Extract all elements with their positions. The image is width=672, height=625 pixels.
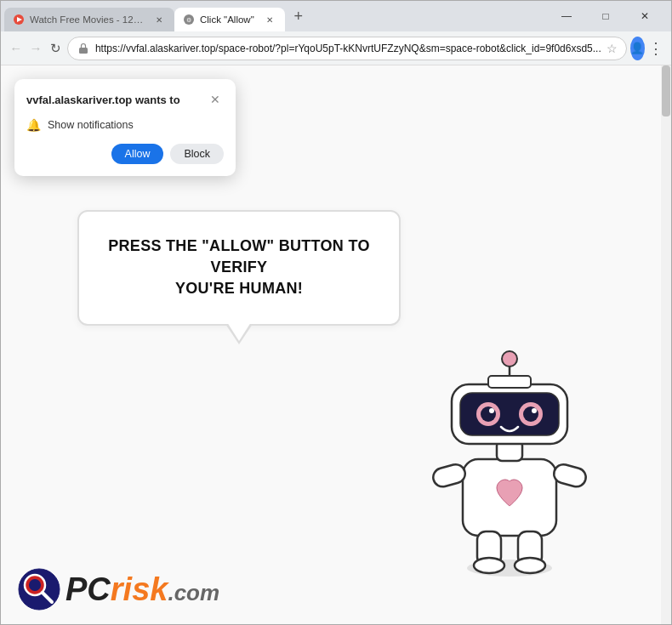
- back-button[interactable]: ←: [8, 35, 24, 62]
- pcrisk-risk-text: risk: [111, 571, 168, 607]
- profile-icon: 👤: [630, 42, 644, 54]
- forward-icon: →: [29, 41, 42, 55]
- title-bar: Watch Free Movies - 123movie... ✕ ⚙ Clic…: [1, 1, 671, 31]
- tab2-close[interactable]: ✕: [263, 13, 276, 26]
- maximize-button[interactable]: □: [586, 1, 625, 31]
- pcrisk-text-container: PCrisk.com: [65, 571, 219, 608]
- svg-point-18: [489, 408, 494, 413]
- notification-popup: vvfal.alaskariver.top wants to ✕ 🔔 Show …: [14, 79, 236, 176]
- svg-point-12: [515, 558, 545, 573]
- bookmark-icon[interactable]: ☆: [607, 42, 618, 55]
- forward-button[interactable]: →: [27, 35, 43, 62]
- tab1-close[interactable]: ✕: [152, 13, 166, 26]
- popup-title: vvfal.alaskariver.top wants to: [26, 94, 180, 106]
- popup-notification-row: 🔔 Show notifications: [26, 118, 224, 132]
- new-tab-button[interactable]: +: [287, 4, 310, 28]
- tab-inactive[interactable]: Watch Free Movies - 123movie... ✕: [4, 8, 174, 31]
- speech-bubble: PRESS THE "ALLOW" BUTTON TO VERIFYYOU'RE…: [77, 210, 401, 326]
- pcrisk-logo-icon: [18, 568, 60, 611]
- robot-svg: [416, 340, 603, 578]
- allow-button[interactable]: Allow: [111, 144, 164, 164]
- tab-active[interactable]: ⚙ Click "Allow" ✕: [174, 8, 285, 31]
- refresh-button[interactable]: ↻: [48, 35, 64, 62]
- svg-point-20: [523, 406, 538, 422]
- svg-point-21: [532, 408, 537, 413]
- svg-rect-24: [488, 376, 531, 388]
- tab-bar: Watch Free Movies - 123movie... ✕ ⚙ Clic…: [1, 1, 540, 31]
- tab1-label: Watch Free Movies - 123movie...: [30, 14, 144, 25]
- tab2-favicon: ⚙: [183, 14, 195, 26]
- minimize-button[interactable]: —: [547, 1, 586, 31]
- popup-buttons: Allow Block: [26, 144, 224, 164]
- close-button[interactable]: ✕: [625, 1, 664, 31]
- vertical-dots-icon: ⋮: [648, 39, 664, 58]
- window-controls: — □ ✕: [540, 1, 671, 31]
- svg-text:⚙: ⚙: [186, 17, 191, 23]
- notification-text: Show notifications: [48, 119, 134, 131]
- page-content: vvfal.alaskariver.top wants to ✕ 🔔 Show …: [1, 65, 671, 624]
- bell-icon: 🔔: [26, 118, 41, 132]
- navigation-bar: ← → ↻ https://vvfal.alaskariver.top/spac…: [1, 31, 671, 65]
- scrollbar[interactable]: [661, 65, 671, 624]
- pcrisk-pc-text: PC: [65, 571, 111, 607]
- svg-point-23: [502, 351, 517, 366]
- scrollbar-thumb[interactable]: [662, 65, 670, 116]
- popup-header: vvfal.alaskariver.top wants to ✕: [26, 91, 224, 108]
- tab1-favicon: [13, 14, 25, 26]
- browser-window: Watch Free Movies - 123movie... ✕ ⚙ Clic…: [0, 0, 672, 625]
- popup-close-button[interactable]: ✕: [207, 91, 224, 108]
- profile-button[interactable]: 👤: [630, 37, 645, 60]
- svg-point-17: [481, 406, 496, 422]
- speech-bubble-text: PRESS THE "ALLOW" BUTTON TO VERIFYYOU'RE…: [108, 237, 370, 297]
- back-icon: ←: [9, 41, 22, 55]
- svg-rect-4: [79, 48, 88, 54]
- robot-illustration: [416, 340, 603, 582]
- speech-bubble-container: PRESS THE "ALLOW" BUTTON TO VERIFYYOU'RE…: [77, 210, 401, 326]
- menu-button[interactable]: ⋮: [648, 35, 664, 62]
- block-button[interactable]: Block: [170, 144, 224, 164]
- pcrisk-com-text: .com: [168, 580, 219, 605]
- refresh-icon: ↻: [50, 41, 61, 56]
- tab2-label: Click "Allow": [200, 14, 254, 25]
- security-icon: [77, 42, 90, 55]
- svg-point-11: [474, 558, 504, 573]
- svg-point-27: [29, 579, 41, 591]
- url-text: https://vvfal.alaskariver.top/space-robo…: [95, 43, 601, 54]
- address-bar[interactable]: https://vvfal.alaskariver.top/space-robo…: [67, 37, 627, 60]
- svg-rect-15: [460, 393, 559, 435]
- pcrisk-logo: PCrisk.com: [18, 568, 219, 611]
